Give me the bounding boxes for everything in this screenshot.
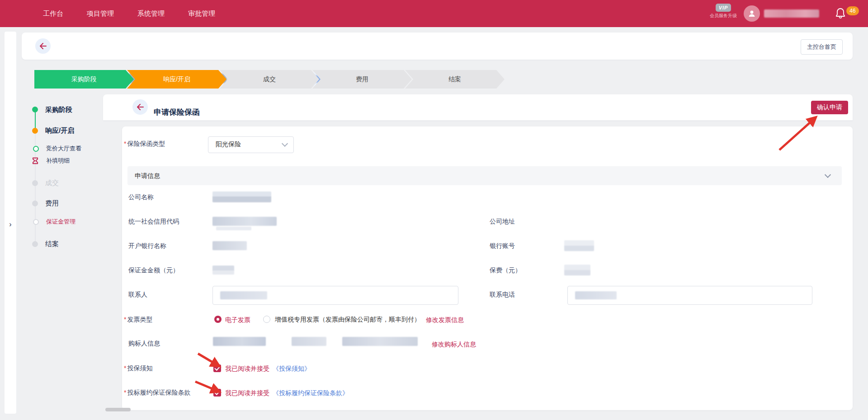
form-title-band: 申请保险保函 确认申请 [103, 94, 853, 121]
section-application-info[interactable]: 申请信息 [127, 166, 842, 185]
horizontal-scrollbar-thumb[interactable] [105, 408, 131, 411]
notice-link[interactable]: 《投保须知》 [273, 365, 311, 373]
top-nav: 工作台 项目管理 系统管理 审批管理 VIP 会员服务升级 46 [0, 0, 868, 27]
contact-phone-input[interactable] [567, 286, 812, 305]
radio-electronic-invoice-label[interactable]: 电子发票 [225, 316, 250, 324]
bank-name-redacted [212, 241, 247, 250]
vip-icon: VIP [716, 4, 731, 12]
confirm-apply-button[interactable]: 确认申请 [811, 101, 848, 114]
contact-input[interactable] [212, 286, 458, 305]
timeline-dot-procurement [32, 107, 38, 112]
console-home-button[interactable]: 主控台首页 [801, 39, 843, 55]
timeline-dot-fee [32, 201, 38, 206]
phone-value-redacted [575, 291, 617, 299]
user-avatar[interactable] [744, 5, 760, 22]
timeline-dot-close [32, 241, 38, 247]
stage-step-procurement: 采购阶段 [34, 70, 134, 89]
buyer-info-redacted [292, 337, 326, 346]
timeline-dot-response [32, 128, 38, 134]
vip-upgrade[interactable]: VIP 会员服务升级 [709, 3, 738, 19]
hourglass-icon [32, 157, 39, 164]
credit-code-label: 统一社会信用代码 [128, 218, 179, 226]
nav-menu: 工作台 项目管理 系统管理 审批管理 [43, 0, 215, 27]
stage-step-deal: 成交 [220, 70, 319, 89]
back-button[interactable] [35, 38, 51, 54]
insurance-type-value: 阳光保险 [216, 137, 241, 152]
company-address-label: 公司地址 [490, 218, 515, 226]
section-title: 申请信息 [135, 166, 160, 185]
back-arrow-icon [39, 43, 47, 49]
nav-item-workbench[interactable]: 工作台 [43, 9, 63, 18]
nav-item-system-mgmt[interactable]: 系统管理 [137, 9, 165, 18]
timeline-dot-deal [32, 180, 38, 186]
stage-step-close: 结案 [405, 70, 505, 89]
nav-item-project-mgmt[interactable]: 项目管理 [87, 9, 114, 18]
project-header-card: 主控台首页 [22, 33, 853, 60]
notice-agree-text: 我已阅读并接受 [225, 365, 269, 373]
deposit-amount-label: 保证金金额（元） [128, 266, 179, 275]
invoice-type-label: *发票类型 [124, 316, 152, 324]
company-name-redacted [212, 191, 271, 202]
contact-label: 联系人 [128, 291, 147, 299]
radio-electronic-invoice[interactable] [214, 316, 222, 323]
sidebar-item-deal[interactable]: 成交 [45, 179, 59, 187]
notification-count-badge: 46 [846, 6, 859, 15]
edit-buyer-info-link[interactable]: 修改购标人信息 [432, 341, 476, 349]
edit-invoice-info-link[interactable]: 修改发票信息 [426, 316, 464, 324]
buyer-info-redacted [213, 337, 266, 346]
sidebar-item-close[interactable]: 结案 [45, 240, 59, 248]
page-title: 申请保险保函 [154, 99, 200, 125]
radio-vat-invoice[interactable] [263, 316, 270, 323]
sidebar-item-response[interactable]: 响应/开启 [45, 126, 74, 135]
sidebar-item-fill-details[interactable]: 补填明细 [46, 157, 70, 165]
contact-phone-label: 联系电话 [490, 291, 515, 299]
notice-checkbox[interactable] [213, 364, 221, 372]
chevron-down-icon [282, 140, 288, 147]
bank-account-redacted [564, 240, 594, 251]
bank-account-label: 银行账号 [490, 242, 515, 250]
username-redacted [764, 9, 819, 18]
contact-value-redacted [220, 291, 267, 299]
timeline-ring-deposit [33, 219, 39, 225]
credit-code-redacted [212, 217, 277, 226]
person-icon [747, 9, 756, 18]
buyer-info-label: 购标人信息 [128, 340, 160, 348]
stage-step-response: 响应/开启 [127, 70, 226, 89]
insurance-type-select[interactable]: 阳光保险 [208, 136, 294, 153]
insurance-notice-label: *投保须知 [124, 364, 152, 373]
panel-expand-toggle[interactable]: › [6, 220, 14, 229]
nav-item-approval-mgmt[interactable]: 审批管理 [188, 9, 215, 18]
insurance-form-card: *保险保函类型 阳光保险 申请信息 公司名称 统一社会信用代码 公司地址 开户银… [122, 126, 853, 410]
terms-link[interactable]: 《投标履约保证保险条款》 [273, 389, 349, 397]
chevron-down-icon [825, 172, 831, 178]
bank-name-label: 开户银行名称 [128, 242, 166, 250]
sidebar-item-fee[interactable]: 费用 [45, 199, 59, 208]
terms-checkbox[interactable] [213, 389, 221, 397]
app-screen: 工作台 项目管理 系统管理 审批管理 VIP 会员服务升级 46 › [0, 0, 868, 420]
buyer-info-redacted [342, 337, 418, 346]
credit-code-redacted [216, 227, 251, 230]
back-arrow-icon [137, 104, 144, 110]
sidebar-item-procurement[interactable]: 采购阶段 [45, 106, 72, 114]
performance-terms-label: *投标履约保证保险条款 [124, 389, 190, 397]
premium-label: 保费（元） [490, 266, 521, 275]
premium-redacted [564, 265, 590, 275]
vip-caption: 会员服务升级 [709, 13, 738, 19]
form-back-button[interactable] [132, 99, 148, 115]
notification-bell-icon[interactable] [835, 8, 846, 19]
timeline-ring-bidding-hall [33, 146, 39, 152]
terms-agree-text: 我已阅读并接受 [225, 389, 269, 397]
radio-vat-invoice-label[interactable]: 增值税专用发票（发票由保险公司邮寄，顺丰到付） [275, 316, 420, 324]
sidebar-item-deposit-mgmt[interactable]: 保证金管理 [46, 218, 75, 226]
stage-step-fee: 费用 [312, 70, 412, 89]
sidebar-item-bidding-hall[interactable]: 竞价大厅查看 [46, 145, 81, 153]
company-name-label: 公司名称 [128, 193, 154, 201]
insurance-type-label: *保险保函类型 [124, 140, 165, 148]
deposit-amount-redacted [212, 266, 234, 275]
collapsed-panel: › [5, 32, 16, 414]
